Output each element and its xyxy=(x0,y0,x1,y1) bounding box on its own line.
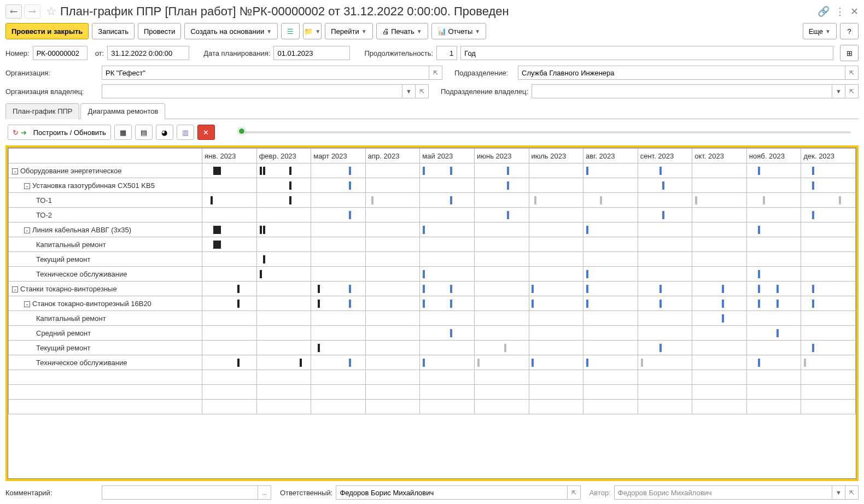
gantt-bar[interactable] xyxy=(371,196,373,204)
tree-collapse-icon[interactable]: - xyxy=(12,286,18,292)
gantt-bar[interactable] xyxy=(812,211,814,219)
gantt-bar[interactable] xyxy=(777,285,779,293)
gantt-bar[interactable] xyxy=(300,359,302,367)
gantt-bar[interactable] xyxy=(237,300,240,308)
dept-owner-input[interactable] xyxy=(532,84,832,98)
org-owner-open-button[interactable]: ⇱ xyxy=(416,84,429,98)
save-button[interactable]: Записать xyxy=(92,23,135,39)
gantt-bar[interactable] xyxy=(423,167,425,175)
gantt-bar[interactable] xyxy=(318,300,320,308)
gantt-bar[interactable] xyxy=(450,300,452,308)
gantt-row[interactable]: ТО-2 xyxy=(9,208,856,222)
gantt-bar[interactable] xyxy=(659,344,662,352)
gantt-row[interactable]: -Станки токарно-винторезные xyxy=(9,282,856,296)
gantt-bar[interactable] xyxy=(722,300,724,308)
gantt-bar[interactable] xyxy=(763,196,765,204)
reports-button[interactable]: 📊 Отчеты▼ xyxy=(431,23,486,39)
gantt-bar[interactable] xyxy=(532,359,534,367)
gantt-bar[interactable] xyxy=(586,300,588,308)
color-legend-button[interactable]: ◕ xyxy=(156,125,173,140)
gantt-bar[interactable] xyxy=(213,226,221,234)
gantt-bar[interactable] xyxy=(758,359,760,367)
gantt-bar[interactable] xyxy=(450,167,452,175)
gantt-bar[interactable] xyxy=(213,167,221,175)
gantt-bar[interactable] xyxy=(758,167,760,175)
responsible-open-button[interactable]: ⇱ xyxy=(568,485,581,500)
gantt-row[interactable]: Текущий ремонт xyxy=(9,341,856,355)
link-icon[interactable]: 🔗 xyxy=(818,5,830,17)
gantt-bar[interactable] xyxy=(450,285,452,293)
gantt-bar[interactable] xyxy=(504,344,506,352)
post-button[interactable]: Провести xyxy=(138,23,182,39)
gantt-bar[interactable] xyxy=(318,344,320,352)
gantt-row[interactable]: Текущий ремонт xyxy=(9,252,856,267)
list-icon-button[interactable]: ☰ xyxy=(281,23,300,39)
gantt-bar[interactable] xyxy=(722,314,724,323)
folder-icon-button[interactable]: 📁▼ xyxy=(303,23,322,39)
gantt-bar[interactable] xyxy=(260,226,262,234)
nav-back-button[interactable]: 🡐 xyxy=(5,4,22,19)
tab-plan[interactable]: План-график ППР xyxy=(5,103,79,119)
gantt-bar[interactable] xyxy=(237,359,240,367)
gantt-bar[interactable] xyxy=(237,285,240,293)
gantt-bar[interactable] xyxy=(532,285,534,293)
gantt-row[interactable]: -Линия кабельная АВВГ (3x35) xyxy=(9,222,856,237)
gantt-bar[interactable] xyxy=(450,196,452,204)
tree-collapse-icon[interactable]: - xyxy=(24,301,30,307)
gantt-bar[interactable] xyxy=(662,211,664,219)
calc-button[interactable]: ⊞ xyxy=(840,45,859,61)
gantt-bar[interactable] xyxy=(450,329,452,337)
more-button[interactable]: Еще▼ xyxy=(803,23,837,39)
close-icon[interactable]: ✕ xyxy=(850,5,859,17)
gantt-bar[interactable] xyxy=(812,167,814,175)
gantt-bar[interactable] xyxy=(600,196,602,204)
gantt-bar[interactable] xyxy=(349,211,351,219)
org-owner-input[interactable] xyxy=(102,84,402,98)
comment-expand-button[interactable]: ... xyxy=(258,485,271,500)
gantt-bar[interactable] xyxy=(349,181,351,190)
slider-handle[interactable] xyxy=(238,127,246,135)
gantt-bar[interactable] xyxy=(263,255,265,263)
kebab-menu-icon[interactable]: ⋮ xyxy=(835,5,845,17)
gantt-row[interactable]: -Оборудование энергетическое xyxy=(9,163,856,178)
gantt-bar[interactable] xyxy=(507,181,509,190)
gantt-bar[interactable] xyxy=(534,196,536,204)
org-owner-select-button[interactable]: ▼ xyxy=(402,84,416,98)
gantt-bar[interactable] xyxy=(586,167,588,175)
zoom-slider[interactable] xyxy=(238,131,851,133)
gantt-bar[interactable] xyxy=(586,270,588,278)
responsible-input[interactable] xyxy=(336,485,567,500)
gantt-bar[interactable] xyxy=(349,285,351,293)
tree-collapse-icon[interactable]: - xyxy=(24,183,30,189)
gantt-bar[interactable] xyxy=(318,285,320,293)
gantt-row[interactable]: Капитальный ремонт xyxy=(9,311,856,326)
gantt-bar[interactable] xyxy=(722,285,724,293)
gantt-bar[interactable] xyxy=(758,270,760,278)
gantt-bar[interactable] xyxy=(812,344,814,352)
gantt-row[interactable]: ТО-1 xyxy=(9,193,856,208)
gantt-bar[interactable] xyxy=(777,329,779,337)
gantt-bar[interactable] xyxy=(423,285,425,293)
gantt-bar[interactable] xyxy=(211,196,213,204)
dept-owner-select-button[interactable]: ▼ xyxy=(832,84,845,98)
author-select-button[interactable]: ▼ xyxy=(832,485,845,500)
gantt-bar[interactable] xyxy=(289,196,291,204)
gantt-bar[interactable] xyxy=(812,285,814,293)
create-based-button[interactable]: Создать на основании▼ xyxy=(184,23,278,39)
gantt-bar[interactable] xyxy=(423,270,425,278)
gantt-bar[interactable] xyxy=(532,300,534,308)
gantt-row[interactable]: Капитальный ремонт xyxy=(9,237,856,252)
delete-button[interactable]: ✕ xyxy=(197,125,215,140)
nav-forward-button[interactable]: 🡒 xyxy=(24,4,40,19)
gantt-bar[interactable] xyxy=(777,300,779,308)
gantt-bar[interactable] xyxy=(586,359,588,367)
print-button[interactable]: 🖨 Печать▼ xyxy=(376,23,428,39)
gantt-bar[interactable] xyxy=(641,359,643,367)
view-toggle1-button[interactable]: ▦ xyxy=(114,125,132,140)
gantt-bar[interactable] xyxy=(349,359,351,367)
gantt-bar[interactable] xyxy=(289,181,291,190)
gantt-bar[interactable] xyxy=(804,359,806,367)
gantt-bar[interactable] xyxy=(659,285,662,293)
plan-date-input[interactable] xyxy=(273,46,350,60)
gantt-row[interactable]: Техническое обслуживание xyxy=(9,355,856,370)
